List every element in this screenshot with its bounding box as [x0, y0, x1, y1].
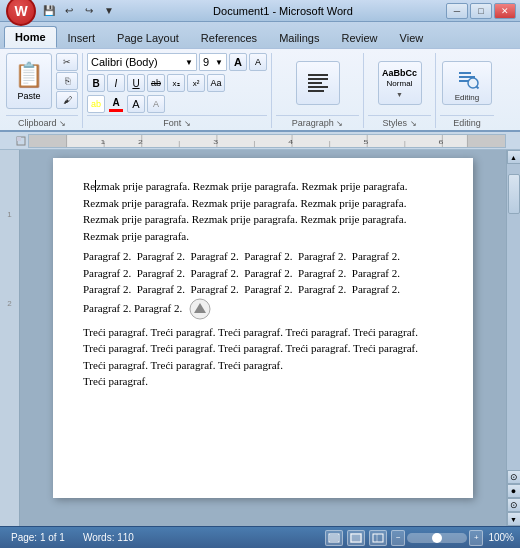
grow-font-button[interactable]: A	[229, 53, 247, 71]
font-name-selector[interactable]: Calibri (Body) ▼	[87, 53, 197, 71]
superscript-button[interactable]: x²	[187, 74, 205, 92]
paragraph-label: Paragraph ↘	[276, 115, 359, 128]
font-name-arrow: ▼	[185, 58, 193, 67]
paragraph-button[interactable]	[296, 61, 340, 105]
font-group: Calibri (Body) ▼ 9 ▼ A A B I U	[85, 53, 272, 128]
window-controls: ─ □ ✕	[446, 3, 516, 19]
editing-label-text: Editing	[455, 93, 479, 102]
zoom-in-button[interactable]: +	[469, 530, 483, 546]
view-print-layout[interactable]	[325, 530, 343, 546]
tab-insert[interactable]: Insert	[57, 26, 107, 48]
qat-more-button[interactable]: ▼	[100, 2, 118, 20]
font-size-selector[interactable]: 9 ▼	[199, 53, 227, 71]
font-color-bar	[109, 109, 123, 112]
tab-page-layout[interactable]: Page Layout	[106, 26, 190, 48]
cursor	[95, 180, 96, 192]
styles-button[interactable]: AaBbCc Normal ▼	[378, 61, 422, 105]
tab-view[interactable]: View	[389, 26, 435, 48]
scroll-thumb[interactable]	[508, 174, 520, 214]
strikethrough-button[interactable]: ab	[147, 74, 165, 92]
view-web-layout[interactable]	[369, 530, 387, 546]
shrink-font-button[interactable]: A	[249, 53, 267, 71]
scroll-track	[507, 164, 521, 470]
word-count[interactable]: Words: 110	[78, 530, 139, 545]
status-bar: Page: 1 of 1 Words: 110 − + 100%	[0, 526, 520, 548]
format-painter-button[interactable]: 🖌	[56, 91, 78, 109]
ruler-area: 1 2 3 4 5 6	[0, 132, 520, 150]
scroll-up-button[interactable]: ▲	[507, 150, 521, 164]
scroll-down-button[interactable]: ▼	[507, 512, 521, 526]
document-page: Rezmak prije paragrafa. Rezmak prije par…	[53, 158, 473, 498]
tab-review[interactable]: Review	[330, 26, 388, 48]
restore-button[interactable]: □	[470, 3, 492, 19]
styles-sample: AaBbCc Normal	[382, 68, 417, 88]
svg-rect-1	[308, 78, 328, 80]
editing-button[interactable]: Editing	[442, 61, 492, 105]
ruler-icon	[16, 136, 26, 146]
page-indicator[interactable]: Page: 1 of 1	[6, 530, 70, 545]
title-bar: W 💾 ↩ ↪ ▼ Document1 - Microsoft Word ─ □…	[0, 0, 520, 22]
svg-rect-13	[29, 135, 67, 147]
paragraph-3: Treći paragraf. Treći paragraf. Treći pa…	[83, 324, 443, 390]
view-full-screen[interactable]	[347, 530, 365, 546]
highlight-button[interactable]: ab	[87, 95, 105, 113]
italic-button[interactable]: I	[107, 74, 125, 92]
editing-label: Editing	[440, 115, 494, 128]
zoom-level[interactable]: 100%	[488, 532, 514, 543]
left-margin: 1 2	[0, 150, 20, 526]
svg-line-9	[477, 87, 479, 89]
font-size-value: 9	[203, 56, 209, 68]
font-name-value: Calibri (Body)	[91, 56, 158, 68]
tab-references[interactable]: References	[190, 26, 268, 48]
subscript-button[interactable]: x₂	[167, 74, 185, 92]
svg-rect-5	[459, 72, 471, 74]
svg-text:6: 6	[439, 137, 444, 144]
window-title: Document1 - Microsoft Word	[120, 5, 446, 17]
editing-icon	[453, 64, 481, 92]
styles-label: Styles ↘	[368, 115, 431, 128]
ruler-toggle[interactable]	[14, 136, 28, 146]
document-text[interactable]: Rezmak prije paragrafa. Rezmak prije par…	[83, 178, 443, 390]
tab-bar: Home Insert Page Layout References Maili…	[0, 22, 520, 48]
quick-access-toolbar: 💾 ↩ ↪ ▼	[38, 2, 120, 20]
office-button[interactable]: W	[6, 0, 36, 26]
document-scroll[interactable]: Rezmak prije paragrafa. Rezmak prije par…	[20, 150, 506, 526]
scroll-select-page-down[interactable]: ⊙	[507, 498, 521, 512]
save-button[interactable]: 💾	[40, 2, 58, 20]
copy-button[interactable]: ⎘	[56, 72, 78, 90]
font-color-btn-wrap[interactable]: A	[107, 97, 125, 112]
scroll-select-page-up[interactable]: ⊙	[507, 470, 521, 484]
scroll-indicator	[189, 298, 211, 320]
editing-group: Editing Editing	[438, 53, 498, 128]
font-size-shrink-2[interactable]: A	[147, 95, 165, 113]
clipboard-small-buttons: ✂ ⎘ 🖌	[56, 53, 78, 109]
svg-rect-35	[330, 535, 338, 541]
bold-button[interactable]: B	[87, 74, 105, 92]
styles-arrow: ▼	[396, 91, 403, 98]
zoom-slider[interactable]	[407, 533, 467, 543]
svg-text:4: 4	[288, 137, 293, 144]
font-size-arrow: ▼	[215, 58, 223, 67]
paste-button[interactable]: 📋 Paste	[6, 53, 52, 109]
undo-button[interactable]: ↩	[60, 2, 78, 20]
underline-button[interactable]: U	[127, 74, 145, 92]
scroll-current-page[interactable]: ●	[507, 484, 521, 498]
cut-button[interactable]: ✂	[56, 53, 78, 71]
zoom-thumb[interactable]	[432, 533, 442, 543]
svg-rect-4	[308, 90, 324, 92]
font-size-grow-2[interactable]: A	[127, 95, 145, 113]
svg-text:2: 2	[138, 137, 143, 144]
ribbon: Home Insert Page Layout References Maili…	[0, 22, 520, 132]
minimize-button[interactable]: ─	[446, 3, 468, 19]
close-button[interactable]: ✕	[494, 3, 516, 19]
clear-formatting-button[interactable]: Aa	[207, 74, 225, 92]
paste-icon: 📋	[14, 61, 44, 89]
redo-button[interactable]: ↪	[80, 2, 98, 20]
font-label: Font ↘	[87, 115, 267, 128]
svg-rect-14	[467, 135, 505, 147]
tab-mailings[interactable]: Mailings	[268, 26, 330, 48]
vertical-scrollbar: ▲ ⊙ ● ⊙ ▼	[506, 150, 520, 526]
zoom-out-button[interactable]: −	[391, 530, 405, 546]
tab-home[interactable]: Home	[4, 26, 57, 48]
paragraph-icon	[304, 69, 332, 97]
